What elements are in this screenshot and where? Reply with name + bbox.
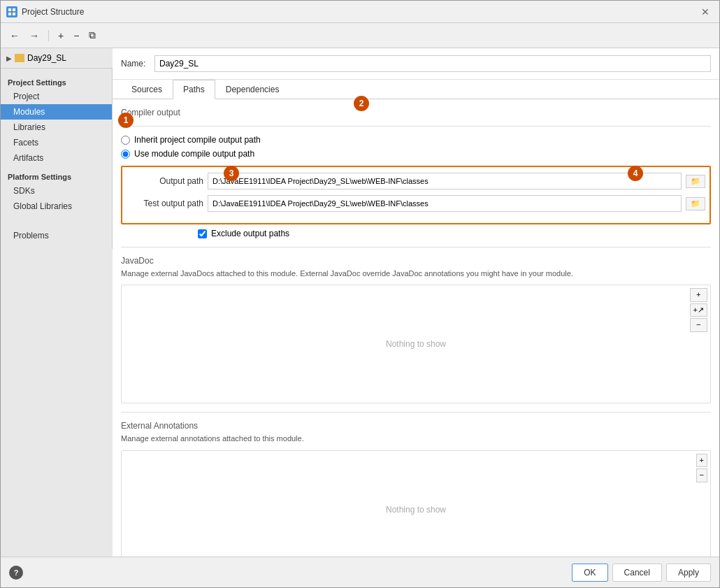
ok-button[interactable]: OK bbox=[572, 564, 607, 582]
test-output-path-row: Test output path 📁 bbox=[127, 195, 705, 212]
output-path-input[interactable] bbox=[208, 173, 682, 189]
sidebar-item-libraries[interactable]: Libraries bbox=[1, 120, 112, 135]
test-output-path-input[interactable] bbox=[208, 195, 682, 212]
exclude-label: Exclude output paths bbox=[211, 229, 289, 238]
javadoc-add-url-btn[interactable]: +↗ bbox=[690, 303, 707, 317]
title-bar-left: Project Structure bbox=[6, 6, 84, 17]
platform-settings-title: Platform Settings bbox=[1, 166, 112, 183]
output-path-label: Output path bbox=[127, 176, 203, 186]
sidebar: Project Settings Project Modules Librari… bbox=[1, 69, 113, 249]
cancel-button[interactable]: Cancel bbox=[612, 564, 662, 582]
tree-arrow: ▶ bbox=[6, 55, 12, 62]
compiler-output-section: Compiler output Inherit project compile … bbox=[121, 108, 711, 238]
add-button[interactable]: + bbox=[55, 28, 67, 43]
badge-3: 3 bbox=[224, 166, 239, 181]
javadoc-add-btn[interactable]: + bbox=[690, 288, 707, 301]
test-output-path-browse-btn[interactable]: 📁 bbox=[686, 197, 705, 210]
sidebar-item-problems[interactable]: Problems bbox=[1, 228, 112, 243]
help-button[interactable]: ? bbox=[9, 566, 23, 580]
radio-group: Inherit project compile output path Use … bbox=[121, 135, 711, 159]
remove-button[interactable]: − bbox=[70, 28, 82, 43]
external-annotations-tools: + − bbox=[696, 454, 707, 482]
title-bar: Project Structure ✕ bbox=[1, 1, 719, 23]
sidebar-item-project[interactable]: Project bbox=[1, 89, 112, 104]
inherit-radio-item[interactable]: Inherit project compile output path bbox=[121, 135, 711, 145]
detail-body: Compiler output Inherit project compile … bbox=[113, 99, 719, 557]
badge-2: 2 bbox=[354, 96, 369, 111]
app-icon bbox=[6, 6, 17, 17]
sidebar-item-sdks[interactable]: SDKs bbox=[1, 183, 112, 199]
use-module-label: Use module compile output path bbox=[134, 149, 254, 159]
toolbar: ← → + − ⧉ bbox=[1, 23, 719, 48]
compiler-output-title: Compiler output bbox=[121, 108, 711, 117]
external-annotations-title: External Annotations bbox=[121, 421, 711, 431]
tabs: Sources Paths Dependencies bbox=[113, 80, 719, 99]
badge-1: 1 bbox=[118, 113, 134, 128]
tab-sources[interactable]: Sources bbox=[121, 80, 173, 99]
external-annotations-box: + − Nothing to show bbox=[121, 450, 711, 557]
javadoc-box: + +↗ − Nothing to show bbox=[121, 285, 711, 403]
javadoc-section: JavaDoc Manage external JavaDocs attache… bbox=[121, 256, 711, 403]
detail-panel: Name: Sources Paths Dependencies Compile… bbox=[113, 48, 719, 557]
svg-rect-2 bbox=[8, 13, 11, 15]
back-button[interactable]: ← bbox=[6, 28, 23, 43]
window-title: Project Structure bbox=[22, 7, 84, 17]
name-label: Name: bbox=[121, 59, 149, 69]
tab-paths[interactable]: Paths bbox=[173, 80, 215, 99]
output-path-browse-btn[interactable]: 📁 bbox=[686, 175, 705, 188]
use-module-radio-item[interactable]: Use module compile output path bbox=[121, 149, 711, 159]
svg-rect-1 bbox=[13, 8, 15, 11]
divider-3 bbox=[121, 412, 711, 413]
sidebar-item-artifacts[interactable]: Artifacts bbox=[1, 150, 112, 166]
ext-ann-add-btn[interactable]: + bbox=[696, 454, 707, 467]
project-structure-window: Project Structure ✕ ← → + − ⧉ ▶ Day29_SL… bbox=[0, 0, 720, 588]
close-button[interactable]: ✕ bbox=[697, 5, 714, 19]
copy-button[interactable]: ⧉ bbox=[85, 27, 99, 43]
external-annotations-desc: Manage external annotations attached to … bbox=[121, 433, 711, 444]
tab-dependencies[interactable]: Dependencies bbox=[215, 80, 290, 99]
sidebar-item-facets[interactable]: Facets bbox=[1, 135, 112, 150]
exclude-checkbox-row: Exclude output paths bbox=[121, 229, 711, 238]
javadoc-nothing-text: Nothing to show bbox=[386, 339, 446, 349]
javadoc-remove-btn[interactable]: − bbox=[690, 318, 707, 331]
svg-rect-0 bbox=[8, 8, 11, 11]
tree-panel: ▶ Day29_SL bbox=[1, 48, 113, 69]
inherit-radio[interactable] bbox=[121, 136, 130, 145]
badge-4: 4 bbox=[628, 166, 643, 181]
use-module-radio[interactable] bbox=[121, 150, 130, 159]
ext-ann-nothing-text: Nothing to show bbox=[386, 505, 446, 515]
javadoc-tools: + +↗ − bbox=[690, 288, 707, 331]
project-settings-title: Project Settings bbox=[1, 74, 112, 89]
tree-item-day29[interactable]: ▶ Day29_SL bbox=[1, 51, 113, 65]
test-output-path-label: Test output path bbox=[127, 199, 203, 208]
svg-rect-3 bbox=[13, 13, 15, 15]
sidebar-item-global-libraries[interactable]: Global Libraries bbox=[1, 199, 112, 214]
tree-item-label: Day29_SL bbox=[27, 53, 66, 63]
exclude-checkbox[interactable] bbox=[198, 229, 207, 238]
name-row: Name: bbox=[113, 48, 719, 80]
inherit-label: Inherit project compile output path bbox=[134, 135, 261, 145]
name-input[interactable] bbox=[154, 55, 711, 72]
javadoc-title: JavaDoc bbox=[121, 256, 711, 266]
sidebar-item-modules[interactable]: Modules bbox=[1, 104, 112, 120]
folder-icon bbox=[15, 54, 24, 62]
bottom-bar: ? OK Cancel Apply bbox=[1, 557, 719, 587]
paths-highlight-box: Output path 📁 Test output path 📁 bbox=[121, 166, 711, 224]
ext-ann-remove-btn[interactable]: − bbox=[696, 468, 707, 482]
forward-button[interactable]: → bbox=[26, 28, 43, 43]
divider-1 bbox=[121, 126, 711, 127]
main-content: ▶ Day29_SL Project Settings Project Modu… bbox=[1, 48, 719, 557]
javadoc-desc: Manage external JavaDocs attached to thi… bbox=[121, 268, 711, 279]
apply-button[interactable]: Apply bbox=[666, 564, 711, 582]
divider-2 bbox=[121, 247, 711, 248]
output-path-row: Output path 📁 bbox=[127, 173, 705, 189]
left-panel: ▶ Day29_SL Project Settings Project Modu… bbox=[1, 48, 113, 557]
external-annotations-section: External Annotations Manage external ann… bbox=[121, 421, 711, 557]
